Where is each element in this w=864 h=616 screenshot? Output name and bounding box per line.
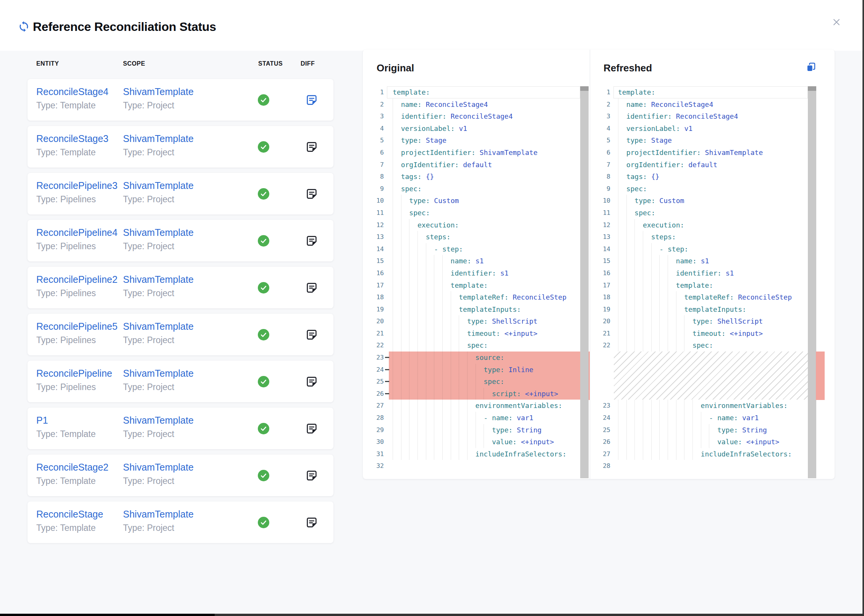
line-number: 6 xyxy=(369,147,384,159)
code-line: 17template: xyxy=(369,279,580,292)
refreshed-diff-ruler-marker xyxy=(816,352,825,400)
line-number: 16 xyxy=(369,267,384,279)
note-diff-icon[interactable] xyxy=(305,375,318,388)
copy-icon[interactable] xyxy=(805,61,817,73)
entity-type-label: Type: Template xyxy=(36,147,96,158)
entity-type-label: Type: Pipelines xyxy=(36,382,96,392)
check-circle-icon xyxy=(258,329,269,340)
code-line: 6projectIdentifier: ShivamTemplate xyxy=(590,147,808,159)
code-line: 12execution: xyxy=(369,219,580,231)
note-diff-icon[interactable] xyxy=(305,234,318,247)
original-code-editor: 1template:2name: ReconcileStage43identif… xyxy=(369,86,580,479)
entity-link[interactable]: P1 xyxy=(36,415,48,426)
line-number: 8 xyxy=(369,171,384,183)
code-line: 16identifier: s1 xyxy=(369,267,580,279)
line-number: 20 xyxy=(369,315,384,327)
line-number: 20 xyxy=(590,315,610,327)
original-scrollbar[interactable] xyxy=(580,86,589,478)
scope-link[interactable]: ShivamTemplate xyxy=(123,415,194,426)
line-number: 5 xyxy=(369,134,384,147)
scope-link[interactable]: ShivamTemplate xyxy=(123,227,194,238)
entity-type-label: Type: Pipelines xyxy=(36,288,96,298)
line-number: 14 xyxy=(590,243,610,255)
code-line: 5type: Stage xyxy=(590,134,808,147)
scope-type-label: Type: Project xyxy=(123,147,174,158)
check-circle-icon xyxy=(258,94,269,106)
entity-type-label: Type: Template xyxy=(36,100,96,111)
code-line: 11spec: xyxy=(369,207,580,219)
code-line: 26value: <+input> xyxy=(590,436,808,448)
line-number: 27 xyxy=(590,448,610,460)
dialog-title: Reference Reconciliation Status xyxy=(33,20,216,34)
line-number: 1 xyxy=(590,86,610,98)
code-line: 10type: Custom xyxy=(369,195,580,207)
note-diff-icon[interactable] xyxy=(305,187,318,200)
entity-type-label: Type: Pipelines xyxy=(36,194,96,205)
refreshed-scrollbar[interactable] xyxy=(808,86,816,478)
line-number: 30 xyxy=(369,436,384,448)
close-icon[interactable] xyxy=(831,17,842,27)
entity-link[interactable]: ReconcilePipeline5 xyxy=(36,321,118,332)
scope-link[interactable]: ShivamTemplate xyxy=(123,86,194,97)
scope-link[interactable]: ShivamTemplate xyxy=(123,321,194,332)
entity-link[interactable]: ReconcileStage4 xyxy=(36,86,108,97)
table-row: ReconcileStage3Type: TemplateShivamTempl… xyxy=(28,126,333,168)
table-row: ReconcilePipelineType: PipelinesShivamTe… xyxy=(28,361,333,402)
entity-link[interactable]: ReconcilePipeline xyxy=(36,368,112,379)
line-number: 24 xyxy=(590,412,610,424)
line-number: 25 xyxy=(590,424,610,436)
code-line: 14- step: xyxy=(590,243,808,255)
entity-link[interactable]: ReconcilePipeline2 xyxy=(36,274,118,285)
line-number: 19 xyxy=(590,303,610,316)
screen-bottom-edge xyxy=(0,614,864,616)
scope-type-label: Type: Project xyxy=(123,523,174,533)
refresh-icon xyxy=(18,20,30,33)
code-line: 22spec: xyxy=(590,339,808,352)
line-number: 26 xyxy=(369,388,384,400)
entity-link[interactable]: ReconcileStage xyxy=(36,509,103,520)
line-number: 3 xyxy=(369,110,384,123)
check-circle-icon xyxy=(258,423,269,434)
note-diff-icon[interactable] xyxy=(305,281,318,294)
code-line: 8tags: {} xyxy=(369,171,580,183)
removed-line-marker xyxy=(385,393,389,394)
note-diff-icon[interactable] xyxy=(305,140,318,153)
code-line: 19templateInputs: xyxy=(590,303,808,316)
line-number: 28 xyxy=(369,412,384,424)
entity-link[interactable]: ReconcileStage2 xyxy=(36,462,108,473)
line-number: 23 xyxy=(369,352,384,364)
scope-type-label: Type: Project xyxy=(123,194,174,205)
line-number: 13 xyxy=(369,231,384,243)
entity-link[interactable]: ReconcilePipeline4 xyxy=(36,227,118,238)
scope-link[interactable]: ShivamTemplate xyxy=(123,509,194,520)
line-number: 10 xyxy=(369,195,384,207)
original-panel-title: Original xyxy=(377,62,414,74)
note-diff-icon[interactable] xyxy=(305,94,318,106)
table-row: ReconcilePipeline3Type: PipelinesShivamT… xyxy=(28,173,333,214)
code-line: 14- step: xyxy=(369,243,580,255)
removed-line-marker xyxy=(385,357,389,358)
note-diff-icon[interactable] xyxy=(305,328,318,341)
scope-link[interactable]: ShivamTemplate xyxy=(123,274,194,285)
line-number: 1 xyxy=(369,86,384,98)
scope-link[interactable]: ShivamTemplate xyxy=(123,368,194,379)
code-line: 27environmentVariables: xyxy=(369,400,580,412)
code-line: 8tags: {} xyxy=(590,171,808,183)
note-diff-icon[interactable] xyxy=(305,422,318,435)
note-diff-icon[interactable] xyxy=(305,469,318,482)
code-line: 23environmentVariables: xyxy=(590,400,808,412)
scope-link[interactable]: ShivamTemplate xyxy=(123,133,194,144)
scope-link[interactable]: ShivamTemplate xyxy=(123,180,194,191)
note-diff-icon[interactable] xyxy=(305,516,318,529)
line-number: 14 xyxy=(369,243,384,255)
scope-link[interactable]: ShivamTemplate xyxy=(123,462,194,473)
entity-link[interactable]: ReconcileStage3 xyxy=(36,133,108,144)
line-number: 26 xyxy=(590,436,610,448)
removed-line-marker xyxy=(385,369,389,370)
entity-type-label: Type: Pipelines xyxy=(36,241,96,252)
entity-link[interactable]: ReconcilePipeline3 xyxy=(36,180,118,191)
code-line: 2name: ReconcileStage4 xyxy=(369,98,580,111)
line-number: 19 xyxy=(369,303,384,316)
table-row: ReconcileStage2Type: TemplateShivamTempl… xyxy=(28,455,333,496)
column-header-diff: DIFF xyxy=(301,60,315,67)
